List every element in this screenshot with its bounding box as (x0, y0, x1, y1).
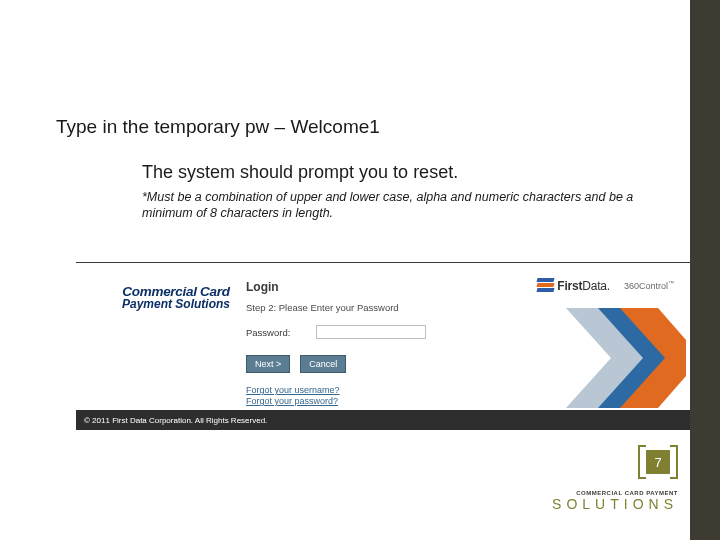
login-screenshot: Commercial Card Payment Solutions Login … (76, 262, 690, 430)
first-data-logo: FirstData. (537, 278, 610, 293)
first-data-text: FirstData. (557, 279, 610, 293)
360control-text: 360Control™ (624, 280, 674, 291)
brand-right: FirstData. 360Control™ (537, 278, 674, 293)
bracket-left-icon (638, 445, 646, 479)
login-form: Login Step 2: Please Enter your Password… (246, 280, 506, 406)
forgot-username-link[interactable]: Forgot your username? (246, 385, 506, 395)
password-input[interactable] (316, 325, 426, 339)
solutions-wordmark: COMMERCIAL CARD PAYMENT SOLUTIONS (552, 490, 678, 511)
instruction-title: Type in the temporary pw – Welcome1 (56, 116, 380, 138)
button-row: Next > Cancel (246, 355, 506, 373)
brand-line2: Payment Solutions (106, 297, 246, 311)
help-links: Forgot your username? Forgot your passwo… (246, 385, 506, 406)
slide-sidebar (690, 0, 720, 540)
screenshot-footer: © 2011 First Data Corporation. All Right… (76, 410, 690, 430)
forgot-password-link[interactable]: Forgot your password? (246, 396, 506, 406)
login-heading: Login (246, 280, 506, 294)
divider (76, 262, 690, 263)
cancel-button[interactable]: Cancel (300, 355, 346, 373)
login-step-text: Step 2: Please Enter your Password (246, 302, 506, 313)
page-number: 7 (646, 450, 670, 474)
copyright-text: © 2011 First Data Corporation. All Right… (84, 416, 267, 425)
bracket-right-icon (670, 445, 678, 479)
flag-icon (537, 278, 554, 293)
instruction-subtitle: The system should prompt you to reset. (142, 162, 458, 183)
password-row: Password: (246, 325, 506, 339)
next-button[interactable]: Next > (246, 355, 290, 373)
solutions-line2: SOLUTIONS (552, 497, 678, 511)
instruction-note: *Must be a combination of upper and lowe… (142, 190, 642, 221)
page-number-badge: 7 (638, 446, 678, 478)
commercial-card-logo: Commercial Card Payment Solutions (106, 284, 246, 311)
chevron-graphic (566, 308, 686, 408)
password-label: Password: (246, 327, 306, 338)
